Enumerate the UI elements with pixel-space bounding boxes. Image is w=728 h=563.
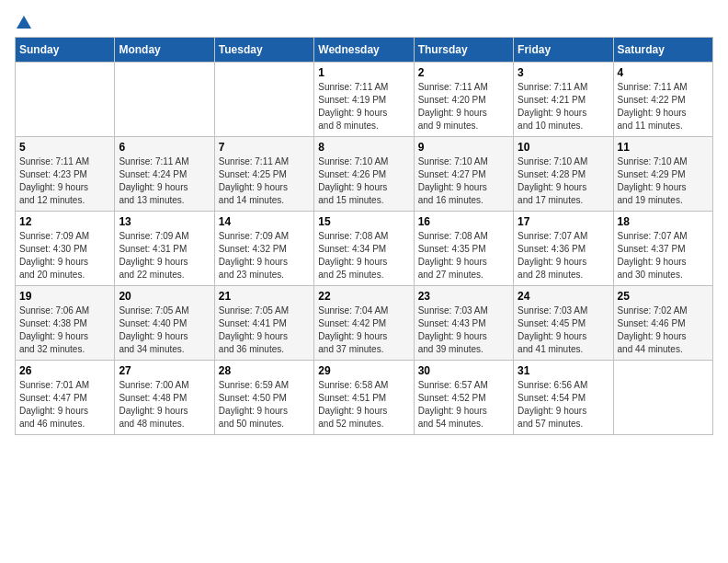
day-number: 16 [418,215,509,228]
day-number: 4 [618,66,709,79]
calendar-cell: 24Sunrise: 7:03 AM Sunset: 4:45 PM Dayli… [514,286,613,361]
calendar-cell [613,361,712,435]
calendar-cell: 13Sunrise: 7:09 AM Sunset: 4:31 PM Dayli… [115,212,214,286]
day-number: 17 [518,215,609,228]
calendar-cell [214,63,313,137]
day-info: Sunrise: 6:56 AM Sunset: 4:54 PM Dayligh… [518,379,609,431]
weekday-header-tuesday: Tuesday [214,38,313,63]
calendar-cell: 4Sunrise: 7:11 AM Sunset: 4:22 PM Daylig… [613,63,712,137]
calendar-cell: 7Sunrise: 7:11 AM Sunset: 4:25 PM Daylig… [214,137,313,212]
calendar-cell: 21Sunrise: 7:05 AM Sunset: 4:41 PM Dayli… [214,286,313,361]
day-number: 2 [418,66,509,79]
day-info: Sunrise: 7:07 AM Sunset: 4:37 PM Dayligh… [618,230,709,282]
day-info: Sunrise: 7:10 AM Sunset: 4:26 PM Dayligh… [318,155,409,207]
day-number: 12 [19,215,110,228]
day-number: 27 [119,364,210,377]
calendar-cell: 27Sunrise: 7:00 AM Sunset: 4:48 PM Dayli… [115,361,214,435]
day-number: 24 [518,290,609,303]
calendar-cell: 3Sunrise: 7:11 AM Sunset: 4:21 PM Daylig… [514,63,613,137]
calendar-cell: 29Sunrise: 6:58 AM Sunset: 4:51 PM Dayli… [314,361,414,435]
day-info: Sunrise: 7:10 AM Sunset: 4:28 PM Dayligh… [518,155,609,207]
calendar-cell: 6Sunrise: 7:11 AM Sunset: 4:24 PM Daylig… [115,137,214,212]
svg-marker-0 [17,16,31,29]
calendar-cell: 10Sunrise: 7:10 AM Sunset: 4:28 PM Dayli… [514,137,613,212]
day-info: Sunrise: 7:09 AM Sunset: 4:30 PM Dayligh… [19,230,110,282]
weekday-header-sunday: Sunday [16,38,115,63]
day-info: Sunrise: 7:11 AM Sunset: 4:25 PM Dayligh… [219,155,310,207]
day-info: Sunrise: 6:58 AM Sunset: 4:51 PM Dayligh… [318,379,409,431]
day-number: 1 [318,66,409,79]
calendar-cell: 23Sunrise: 7:03 AM Sunset: 4:43 PM Dayli… [414,286,513,361]
calendar-week-row: 19Sunrise: 7:06 AM Sunset: 4:38 PM Dayli… [16,286,713,361]
calendar-cell: 2Sunrise: 7:11 AM Sunset: 4:20 PM Daylig… [414,63,513,137]
weekday-header-wednesday: Wednesday [314,38,414,63]
day-number: 3 [518,66,609,79]
day-info: Sunrise: 7:10 AM Sunset: 4:27 PM Dayligh… [418,155,509,207]
weekday-header-monday: Monday [115,38,214,63]
calendar-cell: 1Sunrise: 7:11 AM Sunset: 4:19 PM Daylig… [314,63,414,137]
day-info: Sunrise: 7:10 AM Sunset: 4:29 PM Dayligh… [618,155,709,207]
day-number: 15 [318,215,409,228]
day-number: 28 [219,364,310,377]
day-info: Sunrise: 7:00 AM Sunset: 4:48 PM Dayligh… [119,379,210,431]
calendar-cell: 15Sunrise: 7:08 AM Sunset: 4:34 PM Dayli… [314,212,414,286]
day-info: Sunrise: 7:09 AM Sunset: 4:32 PM Dayligh… [219,230,310,282]
day-info: Sunrise: 7:01 AM Sunset: 4:47 PM Dayligh… [19,379,110,431]
calendar-cell: 25Sunrise: 7:02 AM Sunset: 4:46 PM Dayli… [613,286,712,361]
day-number: 26 [19,364,110,377]
page-header [15,15,713,28]
day-info: Sunrise: 7:05 AM Sunset: 4:41 PM Dayligh… [219,304,310,356]
calendar-cell: 9Sunrise: 7:10 AM Sunset: 4:27 PM Daylig… [414,137,513,212]
calendar-cell: 20Sunrise: 7:05 AM Sunset: 4:40 PM Dayli… [115,286,214,361]
logo [15,15,33,28]
logo-icon [16,15,32,31]
calendar-week-row: 1Sunrise: 7:11 AM Sunset: 4:19 PM Daylig… [16,63,713,137]
weekday-header-friday: Friday [514,38,613,63]
calendar-cell: 19Sunrise: 7:06 AM Sunset: 4:38 PM Dayli… [16,286,115,361]
day-number: 7 [219,141,310,154]
day-number: 30 [418,364,509,377]
day-number: 18 [618,215,709,228]
calendar-cell: 11Sunrise: 7:10 AM Sunset: 4:29 PM Dayli… [613,137,712,212]
calendar-cell: 18Sunrise: 7:07 AM Sunset: 4:37 PM Dayli… [613,212,712,286]
day-info: Sunrise: 7:11 AM Sunset: 4:24 PM Dayligh… [119,155,210,207]
day-info: Sunrise: 7:11 AM Sunset: 4:19 PM Dayligh… [318,81,409,132]
day-number: 23 [418,290,509,303]
day-info: Sunrise: 7:11 AM Sunset: 4:22 PM Dayligh… [618,81,709,132]
calendar-week-row: 12Sunrise: 7:09 AM Sunset: 4:30 PM Dayli… [16,212,713,286]
day-info: Sunrise: 7:03 AM Sunset: 4:45 PM Dayligh… [518,304,609,356]
day-number: 20 [119,290,210,303]
calendar-cell: 14Sunrise: 7:09 AM Sunset: 4:32 PM Dayli… [214,212,313,286]
day-info: Sunrise: 7:06 AM Sunset: 4:38 PM Dayligh… [19,304,110,356]
day-info: Sunrise: 7:02 AM Sunset: 4:46 PM Dayligh… [618,304,709,356]
calendar-cell: 31Sunrise: 6:56 AM Sunset: 4:54 PM Dayli… [514,361,613,435]
day-number: 25 [618,290,709,303]
calendar-week-row: 26Sunrise: 7:01 AM Sunset: 4:47 PM Dayli… [16,361,713,435]
calendar-cell: 5Sunrise: 7:11 AM Sunset: 4:23 PM Daylig… [16,137,115,212]
day-number: 21 [219,290,310,303]
calendar-header-row: SundayMondayTuesdayWednesdayThursdayFrid… [16,38,713,63]
day-number: 11 [618,141,709,154]
day-number: 8 [318,141,409,154]
day-info: Sunrise: 7:11 AM Sunset: 4:23 PM Dayligh… [19,155,110,207]
day-number: 29 [318,364,409,377]
day-info: Sunrise: 7:11 AM Sunset: 4:21 PM Dayligh… [518,81,609,132]
day-number: 10 [518,141,609,154]
day-info: Sunrise: 7:04 AM Sunset: 4:42 PM Dayligh… [318,304,409,356]
day-number: 14 [219,215,310,228]
calendar-table: SundayMondayTuesdayWednesdayThursdayFrid… [15,37,713,435]
day-info: Sunrise: 6:57 AM Sunset: 4:52 PM Dayligh… [418,379,509,431]
day-number: 19 [19,290,110,303]
calendar-cell [115,63,214,137]
day-info: Sunrise: 7:03 AM Sunset: 4:43 PM Dayligh… [418,304,509,356]
calendar-cell [16,63,115,137]
day-number: 13 [119,215,210,228]
calendar-cell: 28Sunrise: 6:59 AM Sunset: 4:50 PM Dayli… [214,361,313,435]
day-number: 6 [119,141,210,154]
day-info: Sunrise: 7:07 AM Sunset: 4:36 PM Dayligh… [518,230,609,282]
day-info: Sunrise: 7:05 AM Sunset: 4:40 PM Dayligh… [119,304,210,356]
weekday-header-thursday: Thursday [414,38,513,63]
day-number: 22 [318,290,409,303]
day-info: Sunrise: 7:08 AM Sunset: 4:35 PM Dayligh… [418,230,509,282]
day-info: Sunrise: 7:09 AM Sunset: 4:31 PM Dayligh… [119,230,210,282]
